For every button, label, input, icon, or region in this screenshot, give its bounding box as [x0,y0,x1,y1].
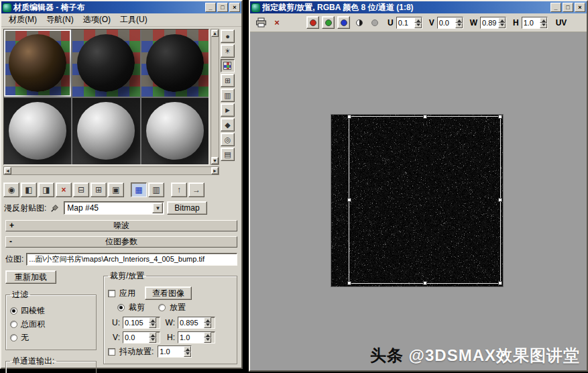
mono-channel-button[interactable] [353,16,365,29]
make-unique-icon[interactable]: ⊟ [73,182,89,197]
options-icon[interactable]: ◆ [221,118,235,131]
h-value[interactable]: 1.0 [178,332,204,343]
spinner-down-icon[interactable] [414,23,422,28]
w-spinner[interactable]: 0.89 [480,17,506,29]
rollout-noise[interactable]: + 噪波 [5,220,237,231]
select-by-material-icon[interactable]: ◎ [221,133,235,146]
sample-uv-tiling-icon[interactable]: ⊞ [221,74,235,87]
w-value[interactable]: 0.895 [178,317,204,328]
scroll-down-icon[interactable]: ▼ [211,157,219,164]
jitter-value[interactable]: 1.0 [158,346,184,357]
bitmap-path-field[interactable]: ...面\小空间书房\maps\Arch_Interiors_4_005_bum… [26,253,237,266]
spinner-up-icon[interactable] [540,17,547,23]
crop-handle[interactable] [498,115,502,119]
spinner-arrows[interactable] [184,346,191,357]
map-type-button[interactable]: Bitmap [167,201,207,215]
spinner-up-icon[interactable] [455,17,463,23]
get-material-icon[interactable]: ◉ [3,182,19,197]
slots-horizontal-scrollbar[interactable]: ◄ ► [3,166,219,175]
reset-map-icon[interactable]: × [56,182,72,197]
crop-handle[interactable] [423,281,427,285]
slots-vertical-scrollbar[interactable]: ▲ ▼ [211,29,219,165]
spinner-down-icon[interactable] [149,337,156,343]
radio-summed-area[interactable]: 总面积 [10,319,92,330]
discard-icon[interactable]: × [270,16,284,30]
crop-handle[interactable] [498,198,502,202]
spinner-down-icon[interactable] [204,323,211,328]
u-spinner[interactable]: 0.1 [396,17,422,29]
v-spinner[interactable]: 0.0 [123,331,160,343]
sample-slot-4[interactable] [4,98,71,165]
apply-checkbox[interactable] [108,290,115,297]
video-color-check-icon[interactable]: ▥ [221,89,235,102]
print-icon[interactable] [254,16,268,30]
menu-navigation[interactable]: 导航(N) [42,13,78,27]
maximize-button[interactable]: □ [217,3,228,12]
crop-handle[interactable] [347,198,351,202]
spinner-up-icon[interactable] [204,317,211,323]
menu-utilities[interactable]: 工具(U) [115,13,152,27]
h-spinner[interactable]: 1.0 [522,17,548,29]
h-value[interactable]: 1.0 [522,17,540,28]
sample-type-icon[interactable]: ● [221,30,235,43]
h-spinner[interactable]: 1.0 [178,331,215,343]
assign-to-selection-icon[interactable]: ◨ [38,182,54,197]
spinner-down-icon[interactable] [149,323,156,328]
spinner-up-icon[interactable] [149,332,156,337]
spinner-up-icon[interactable] [414,17,422,23]
menu-material[interactable]: 材质(M) [4,13,42,27]
material-id-channel-icon[interactable]: ▣ [108,182,124,197]
put-to-scene-icon[interactable]: ◧ [21,182,37,197]
spinner-up-icon[interactable] [149,317,156,323]
spinner-up-icon[interactable] [498,17,506,23]
maximize-button[interactable]: □ [563,3,573,12]
spinner-arrows[interactable] [149,332,156,343]
spinner-arrows[interactable] [455,17,463,28]
u-spinner[interactable]: 0.105 [123,317,160,329]
alpha-channel-button[interactable] [368,16,381,29]
scroll-right-icon[interactable]: ► [211,167,219,174]
w-value[interactable]: 0.89 [481,17,498,28]
sample-slot-6[interactable] [141,98,209,165]
minimize-button[interactable]: _ [550,3,561,12]
radio-icon[interactable] [10,307,17,315]
jitter-spinner[interactable]: 1.0 [158,345,192,358]
sample-slot-5[interactable] [72,98,139,165]
close-button[interactable]: × [575,3,585,12]
spinner-down-icon[interactable] [455,23,463,28]
crop-window-titlebar[interactable]: 指定裁剪/放置, RGBA 颜色 8 位/通道 (1:8) _ □ × [250,1,587,13]
spinner-arrows[interactable] [149,317,156,328]
crop-radio-icon[interactable] [117,304,125,311]
minimize-button[interactable]: _ [205,3,216,12]
sample-slot-1[interactable] [4,30,71,97]
sample-slot-3[interactable] [141,30,209,97]
close-button[interactable]: × [229,3,240,12]
map-name-combo[interactable]: Map #45 ▼ [64,201,164,215]
spinner-arrows[interactable] [414,17,422,28]
show-map-in-viewport-icon[interactable]: ▦ [131,182,147,197]
red-channel-button[interactable] [306,16,319,29]
v-spinner[interactable]: 0.0 [437,17,463,29]
view-image-button[interactable]: 查看图像 [145,286,192,300]
put-to-library-icon[interactable]: ⊞ [91,182,107,197]
material-map-navigator-icon[interactable]: ▤ [221,148,235,161]
v-value[interactable]: 0.0 [438,17,455,28]
place-radio-icon[interactable] [158,304,166,311]
go-forward-sibling-icon[interactable]: → [188,182,204,197]
blue-channel-button[interactable] [337,16,350,29]
crop-handle[interactable] [347,115,351,119]
make-preview-icon[interactable]: ► [221,103,235,117]
rollout-bitmap-params[interactable]: - 位图参数 [5,236,237,248]
chevron-down-icon[interactable]: ▼ [152,203,163,213]
crop-handle[interactable] [347,281,351,285]
menu-options[interactable]: 选项(O) [78,13,115,27]
jitter-checkbox[interactable] [108,348,115,356]
sample-slot-2[interactable] [72,30,139,97]
radio-icon[interactable] [10,334,17,341]
scroll-up-icon[interactable]: ▲ [211,30,219,37]
spinner-arrows[interactable] [204,332,211,343]
u-value[interactable]: 0.1 [397,17,414,28]
spinner-up-icon[interactable] [184,346,191,352]
crop-region[interactable] [349,116,501,284]
spinner-up-icon[interactable] [204,332,211,337]
